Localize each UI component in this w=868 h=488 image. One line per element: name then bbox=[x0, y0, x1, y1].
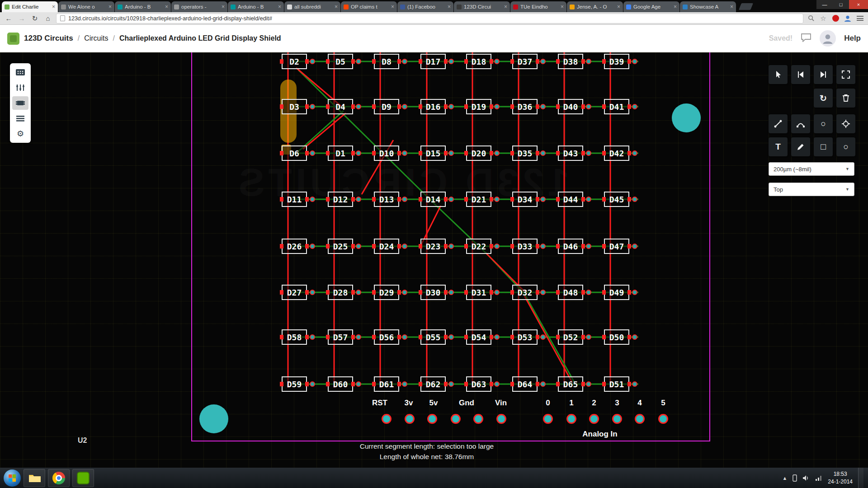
via-pad[interactable] bbox=[540, 104, 546, 109]
file-explorer-icon[interactable] bbox=[24, 469, 45, 487]
device-icon[interactable] bbox=[793, 474, 797, 482]
component-D25[interactable]: D25 bbox=[328, 239, 353, 254]
via-pad[interactable] bbox=[448, 244, 454, 249]
via-pad[interactable] bbox=[494, 104, 500, 109]
tab-10[interactable]: Jense, A. - O× bbox=[567, 1, 623, 12]
component-D23[interactable]: D23 bbox=[420, 239, 446, 254]
component-D43[interactable]: D43 bbox=[558, 145, 583, 161]
show-desktop-button[interactable] bbox=[858, 468, 863, 488]
pcb-view-icon[interactable] bbox=[12, 96, 28, 110]
component-D61[interactable]: D61 bbox=[374, 376, 399, 392]
component-D40[interactable]: D40 bbox=[558, 99, 583, 114]
volume-icon[interactable] bbox=[802, 475, 810, 481]
component-D56[interactable]: D56 bbox=[374, 329, 399, 345]
bookmark-star-icon[interactable]: ☆ bbox=[819, 14, 828, 23]
component-D9[interactable]: D9 bbox=[374, 99, 399, 114]
component-D60[interactable]: D60 bbox=[328, 376, 353, 392]
tab-close-icon[interactable]: × bbox=[165, 4, 168, 10]
component-D14[interactable]: D14 bbox=[420, 192, 446, 207]
tab-close-icon[interactable]: × bbox=[448, 4, 451, 10]
component-D27[interactable]: D27 bbox=[282, 285, 307, 300]
via-pad[interactable] bbox=[632, 59, 637, 64]
component-D18[interactable]: D18 bbox=[466, 54, 491, 69]
component-D8[interactable]: D8 bbox=[374, 54, 399, 69]
component-D28[interactable]: D28 bbox=[328, 285, 353, 300]
tab-12[interactable]: Showcase A× bbox=[680, 1, 736, 12]
chat-icon[interactable] bbox=[801, 33, 811, 44]
rect-tool-button[interactable]: □ bbox=[814, 137, 833, 156]
via-pad[interactable] bbox=[310, 334, 315, 340]
header-pin[interactable] bbox=[566, 414, 576, 424]
via-pad[interactable] bbox=[632, 290, 637, 295]
tab-1[interactable]: We Alone o× bbox=[58, 1, 114, 12]
select-tool-button[interactable] bbox=[769, 65, 788, 84]
tab-close-icon[interactable]: × bbox=[335, 4, 338, 10]
component-D48[interactable]: D48 bbox=[558, 285, 583, 300]
url-field[interactable]: 123d.circuits.io/circuits/102918-charlie… bbox=[56, 14, 803, 23]
via-pad[interactable] bbox=[402, 59, 407, 64]
via-pad[interactable] bbox=[356, 197, 361, 202]
via-pad[interactable] bbox=[448, 381, 454, 387]
component-D19[interactable]: D19 bbox=[466, 99, 491, 114]
via-pad[interactable] bbox=[402, 244, 407, 249]
component-D15[interactable]: D15 bbox=[420, 145, 446, 161]
reload-icon[interactable]: ↻ bbox=[30, 14, 40, 23]
via-pad[interactable] bbox=[586, 244, 591, 249]
via-pad[interactable] bbox=[494, 197, 500, 202]
close-button[interactable]: × bbox=[849, 0, 868, 9]
tab-close-icon[interactable]: × bbox=[391, 4, 394, 10]
maximize-button[interactable]: □ bbox=[833, 0, 849, 9]
tab-5[interactable]: all subreddi× bbox=[284, 1, 340, 12]
component-D2[interactable]: D2 bbox=[282, 54, 307, 69]
component-D54[interactable]: D54 bbox=[466, 329, 491, 345]
component-D21[interactable]: D21 bbox=[466, 192, 491, 207]
component-D57[interactable]: D57 bbox=[328, 329, 353, 345]
via-pad[interactable] bbox=[540, 150, 546, 156]
tab-8[interactable]: 123D Circui× bbox=[454, 1, 510, 12]
component-D59[interactable]: D59 bbox=[282, 376, 307, 392]
tab-close-icon[interactable]: × bbox=[617, 4, 620, 10]
component-D53[interactable]: D53 bbox=[512, 329, 538, 345]
home-icon[interactable]: ⌂ bbox=[43, 14, 53, 23]
tab-2[interactable]: Arduino - B× bbox=[115, 1, 171, 12]
via-pad[interactable] bbox=[356, 244, 361, 249]
header-pin[interactable] bbox=[543, 414, 553, 424]
pcb-canvas[interactable]: 123D CIRCUITS D2D5D8D17D18D37D38D39D3D4D… bbox=[0, 52, 868, 468]
via-pad[interactable] bbox=[494, 59, 500, 64]
tab-11[interactable]: Google Age× bbox=[623, 1, 679, 12]
via-pad[interactable] bbox=[448, 197, 454, 202]
via-pad[interactable] bbox=[402, 334, 407, 340]
via-pad[interactable] bbox=[632, 150, 637, 156]
menu-icon[interactable] bbox=[855, 14, 864, 23]
tab-close-icon[interactable]: × bbox=[108, 4, 112, 10]
component-D38[interactable]: D38 bbox=[558, 54, 583, 69]
new-tab-button[interactable] bbox=[739, 3, 753, 10]
via-pad[interactable] bbox=[448, 150, 454, 156]
draw-tool-button[interactable] bbox=[791, 137, 810, 156]
component-D24[interactable]: D24 bbox=[374, 239, 399, 254]
via-pad[interactable] bbox=[632, 104, 637, 109]
via-pad[interactable] bbox=[310, 381, 315, 387]
component-D30[interactable]: D30 bbox=[420, 285, 446, 300]
component-D51[interactable]: D51 bbox=[604, 376, 629, 392]
component-D55[interactable]: D55 bbox=[420, 329, 446, 345]
route-trace-button[interactable] bbox=[769, 114, 788, 133]
minimize-button[interactable]: — bbox=[816, 0, 833, 9]
via-pad[interactable] bbox=[448, 59, 454, 64]
via-pad[interactable] bbox=[586, 290, 591, 295]
via-pad[interactable] bbox=[356, 150, 361, 156]
component-D10[interactable]: D10 bbox=[374, 145, 399, 161]
tab-close-icon[interactable]: × bbox=[674, 4, 677, 10]
component-D11[interactable]: D11 bbox=[282, 192, 307, 207]
tab-0[interactable]: Edit Charlie× bbox=[2, 1, 58, 12]
layer-dropdown[interactable]: Top ▼ bbox=[769, 183, 854, 196]
via-pad[interactable] bbox=[586, 381, 591, 387]
via-pad[interactable] bbox=[494, 290, 500, 295]
via-pad[interactable] bbox=[494, 381, 500, 387]
component-D37[interactable]: D37 bbox=[512, 54, 538, 69]
component-D44[interactable]: D44 bbox=[558, 192, 583, 207]
via-pad[interactable] bbox=[356, 59, 361, 64]
via-pad[interactable] bbox=[632, 381, 637, 387]
via-pad[interactable] bbox=[632, 244, 637, 249]
via-pad[interactable] bbox=[402, 290, 407, 295]
